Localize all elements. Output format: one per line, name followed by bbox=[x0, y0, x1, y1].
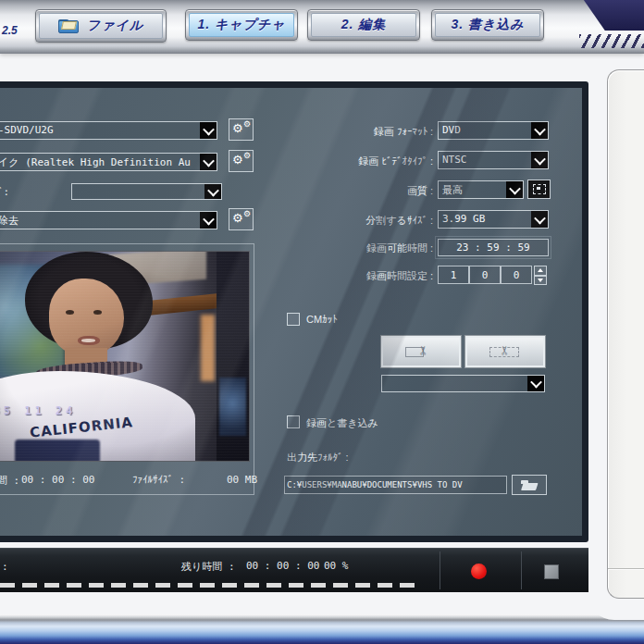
chevron-down-icon[interactable] bbox=[531, 152, 548, 168]
channel-select[interactable] bbox=[71, 183, 222, 200]
filter-settings-button[interactable]: ⚙ ⚙ bbox=[229, 208, 254, 230]
remaining-time-label: 残り時間 : bbox=[181, 560, 235, 574]
preview-vhs-timestamp: 85 11 24 bbox=[0, 404, 76, 417]
file-button-label: ファイル bbox=[87, 18, 143, 34]
spinner-up-button[interactable] bbox=[534, 266, 547, 276]
filesize-label: ﾌｧｲﾙｻｲｽﾞ : bbox=[132, 474, 185, 486]
tab-edit[interactable]: 2. 編集 bbox=[307, 9, 420, 41]
scissors-end-icon: ✂ bbox=[405, 345, 437, 358]
capture-panel: -SDVD/U2G ⚙ ⚙ イク (Realtek High Definitio… bbox=[0, 81, 588, 542]
chevron-down-icon[interactable] bbox=[200, 154, 217, 170]
preview-tv-glow bbox=[219, 378, 246, 436]
filesize-value: 00 MB bbox=[227, 474, 257, 486]
record-and-burn-checkbox[interactable] bbox=[287, 415, 300, 428]
folder-icon bbox=[58, 19, 79, 33]
app-version-fragment: 2.5 bbox=[2, 24, 18, 37]
preview-boy-face bbox=[49, 279, 124, 356]
cut-list-select[interactable] bbox=[381, 375, 545, 392]
audio-device-select[interactable]: イク (Realtek High Definition Au bbox=[0, 153, 217, 171]
cut-end-button[interactable]: ✂ bbox=[381, 336, 461, 367]
control-bar-divider bbox=[440, 551, 440, 589]
duration-seconds-field[interactable]: 0 bbox=[501, 266, 532, 284]
split-size-select[interactable]: 3.99 GB bbox=[438, 210, 549, 229]
cm-cut-checkbox[interactable] bbox=[287, 313, 300, 326]
chevron-down-icon[interactable] bbox=[531, 122, 548, 139]
split-size-value: 3.99 GB bbox=[442, 213, 529, 225]
tab-capture[interactable]: 1. キャプチャ bbox=[185, 9, 298, 41]
gear-icon: ⚙ bbox=[232, 154, 243, 166]
right-side-panel bbox=[607, 69, 644, 599]
videotype-label: 録画 ﾋﾞﾃﾞｵﾀｲﾌﾟ : bbox=[270, 155, 433, 168]
chevron-down-icon[interactable] bbox=[527, 376, 544, 391]
audio-device-value: イク (Realtek High Definition Au bbox=[0, 155, 198, 169]
video-device-value: -SDVD/U2G bbox=[0, 124, 198, 136]
stop-button[interactable] bbox=[544, 564, 559, 579]
tab-edit-label: 2. 編集 bbox=[341, 17, 387, 33]
down-arrow-icon bbox=[538, 279, 543, 282]
control-bar-divider bbox=[521, 551, 522, 589]
open-folder-icon bbox=[521, 480, 538, 490]
format-select[interactable]: DVD bbox=[438, 121, 549, 140]
video-preview: CALIFORNIA 85 11 24 bbox=[0, 251, 250, 462]
duration-label: 録画時間設定 : bbox=[270, 269, 433, 283]
tab-write-label: 3. 書き込み bbox=[451, 17, 524, 33]
record-button[interactable] bbox=[471, 564, 487, 579]
output-path-field[interactable]: C:¥USERS¥MANABU¥DOCUMENTS¥VHS TO DV bbox=[284, 476, 507, 494]
gear-icon: ⚙ bbox=[232, 122, 243, 134]
gear-icon: ⚙ bbox=[243, 152, 251, 160]
file-button[interactable]: ファイル bbox=[35, 9, 167, 43]
videotype-select[interactable]: NTSC bbox=[438, 151, 549, 169]
tab-write[interactable]: 3. 書き込み bbox=[431, 9, 544, 41]
browse-folder-button[interactable] bbox=[512, 475, 547, 495]
scissors-middle-icon: ✂ bbox=[489, 345, 521, 358]
tab-capture-label: 1. キャプチャ bbox=[197, 17, 285, 33]
progress-percent: 00 % bbox=[324, 560, 349, 572]
spinner-down-button[interactable] bbox=[534, 276, 547, 286]
duration-spinner bbox=[534, 266, 547, 285]
preview-shirt-number bbox=[15, 440, 100, 462]
chevron-down-icon[interactable] bbox=[204, 184, 221, 199]
split-size-label: 分割するｻｲｽﾞ : bbox=[270, 214, 433, 228]
duration-hours-field[interactable]: 1 bbox=[438, 266, 469, 284]
top-toolbar: 2.5 ファイル 1. キャプチャ 2. 編集 3. 書き込み bbox=[0, 0, 644, 54]
right-panel-divider bbox=[608, 568, 644, 570]
up-arrow-icon bbox=[538, 268, 543, 272]
channel-label-fragment: ﾞ: bbox=[0, 186, 9, 198]
gear-icon: ⚙ bbox=[232, 212, 243, 224]
app-window: 2.5 ファイル 1. キャプチャ 2. 編集 3. 書き込み bbox=[0, 0, 644, 644]
diagonal-stripes-decoration bbox=[579, 34, 644, 48]
record-time-label-fragment: 間 : bbox=[0, 474, 19, 488]
chevron-down-icon[interactable] bbox=[200, 122, 217, 139]
record-and-burn-label: 録画と書き込み bbox=[306, 416, 378, 430]
chevron-down-icon[interactable] bbox=[506, 181, 523, 198]
format-value: DVD bbox=[442, 124, 529, 136]
quality-label: 画質 : bbox=[270, 184, 433, 198]
audio-device-settings-button[interactable]: ⚙ ⚙ bbox=[229, 150, 254, 172]
cut-middle-button[interactable]: ✂ bbox=[465, 336, 545, 367]
format-label: 録画 ﾌｫｰﾏｯﾄ : bbox=[270, 125, 433, 139]
quality-value: 最高 bbox=[442, 183, 504, 197]
filter-value: 除去 bbox=[0, 214, 198, 228]
remaining-time-value: 00 : 00 : 00 bbox=[246, 560, 319, 572]
video-device-select[interactable]: -SDVD/U2G bbox=[0, 121, 217, 140]
duration-cells: 1 0 0 bbox=[438, 266, 532, 284]
quality-custom-button[interactable] bbox=[527, 180, 551, 199]
filter-select[interactable]: 除去 bbox=[0, 211, 217, 229]
chevron-down-icon[interactable] bbox=[531, 211, 548, 228]
duration-minutes-field[interactable]: 0 bbox=[469, 266, 501, 284]
output-folder-label: 出力先ﾌｫﾙﾀﾞ : bbox=[287, 451, 349, 464]
progress-dashes bbox=[0, 583, 422, 588]
bottom-chrome-band bbox=[0, 614, 644, 644]
video-device-settings-button[interactable]: ⚙ ⚙ bbox=[229, 118, 254, 141]
available-time-label: 録画可能時間 : bbox=[270, 242, 433, 255]
gear-icon: ⚙ bbox=[243, 120, 251, 129]
preview-door-light bbox=[201, 315, 214, 381]
available-time-display: 23 : 59 : 59 bbox=[438, 239, 549, 256]
gear-icon: ⚙ bbox=[243, 210, 251, 218]
quality-select[interactable]: 最高 bbox=[438, 180, 524, 199]
capture-control-bar: : 残り時間 : 00 : 00 : 00 00 % bbox=[0, 548, 588, 592]
videotype-value: NTSC bbox=[442, 154, 529, 166]
cm-cut-label: CMｶｯﾄ bbox=[306, 314, 338, 325]
chevron-down-icon[interactable] bbox=[200, 212, 217, 229]
record-time-value: 00 : 00 : 00 bbox=[21, 474, 94, 486]
